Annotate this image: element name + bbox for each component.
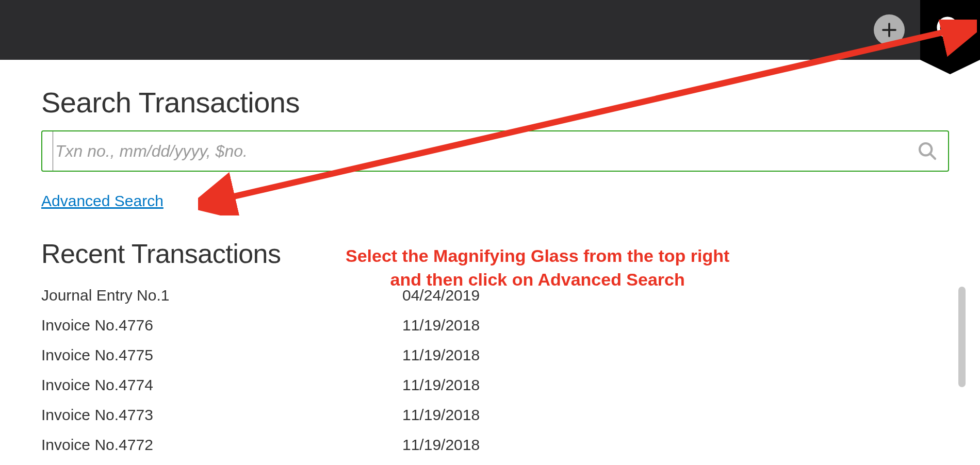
- plus-icon: [880, 21, 899, 39]
- annotation-text: Select the Magnifying Glass from the top…: [346, 244, 729, 292]
- txn-name: Invoice No.4772: [41, 436, 402, 454]
- search-box[interactable]: [41, 130, 949, 172]
- annotation-line1: Select the Magnifying Glass from the top…: [346, 246, 729, 265]
- search-title: Search Transactions: [41, 86, 939, 119]
- transaction-list: Journal Entry No.104/24/2019 Invoice No.…: [41, 280, 959, 460]
- table-row[interactable]: Invoice No.477211/19/2018: [41, 430, 959, 460]
- top-bar: [0, 0, 980, 60]
- scrollbar[interactable]: [958, 287, 966, 387]
- txn-date: 11/19/2018: [402, 376, 480, 394]
- txn-name: Invoice No.4775: [41, 346, 402, 364]
- search-icon: [935, 14, 966, 45]
- advanced-search-link[interactable]: Advanced Search: [41, 192, 164, 210]
- table-row[interactable]: Invoice No.477611/19/2018: [41, 310, 959, 340]
- add-button[interactable]: [874, 14, 905, 45]
- txn-date: 11/19/2018: [402, 406, 480, 424]
- svg-line-3: [930, 154, 935, 159]
- txn-name: Invoice No.4773: [41, 406, 402, 424]
- txn-date: 11/19/2018: [402, 346, 480, 364]
- txn-name: Invoice No.4774: [41, 376, 402, 394]
- table-row[interactable]: Invoice No.477411/19/2018: [41, 370, 959, 400]
- txn-date: 11/19/2018: [402, 317, 480, 334]
- txn-name: Invoice No.4776: [41, 317, 402, 334]
- content-area: Search Transactions Advanced Search Rece…: [0, 60, 980, 460]
- txn-date: 11/19/2018: [402, 436, 480, 454]
- table-row[interactable]: Invoice No.477311/19/2018: [41, 400, 959, 430]
- table-row[interactable]: Invoice No.477511/19/2018: [41, 340, 959, 370]
- search-button[interactable]: [920, 0, 980, 60]
- search-input[interactable]: [53, 131, 917, 171]
- annotation-line2: and then click on Advanced Search: [390, 270, 685, 289]
- svg-line-1: [955, 35, 962, 42]
- search-input-icon: [917, 141, 938, 161]
